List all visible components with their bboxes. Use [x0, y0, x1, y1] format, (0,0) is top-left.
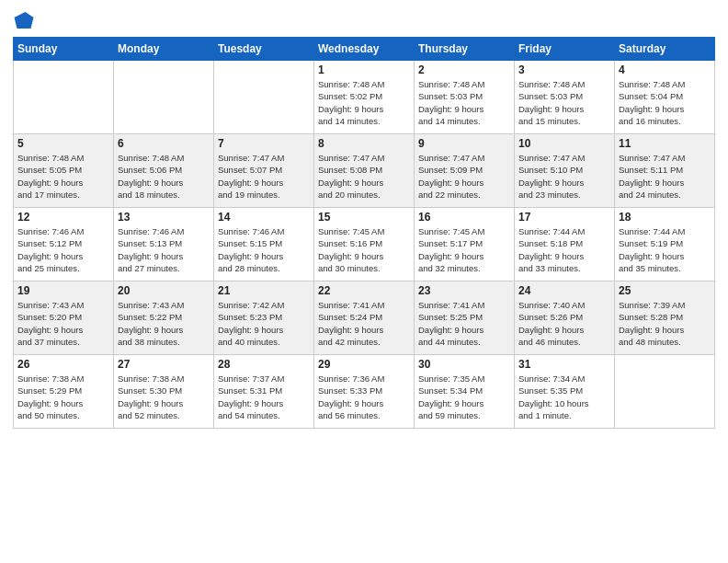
- day-info: Sunrise: 7:48 AM Sunset: 5:06 PM Dayligh…: [118, 152, 210, 201]
- calendar-cell: 30Sunrise: 7:35 AM Sunset: 5:34 PM Dayli…: [415, 355, 515, 429]
- calendar-week-row: 5Sunrise: 7:48 AM Sunset: 5:05 PM Daylig…: [14, 134, 715, 208]
- day-number: 25: [619, 284, 711, 297]
- day-info: Sunrise: 7:44 AM Sunset: 5:19 PM Dayligh…: [619, 225, 711, 274]
- calendar-table: SundayMondayTuesdayWednesdayThursdayFrid…: [13, 37, 715, 429]
- logo: [13, 9, 39, 31]
- day-info: Sunrise: 7:48 AM Sunset: 5:03 PM Dayligh…: [518, 78, 610, 127]
- calendar-cell: 21Sunrise: 7:42 AM Sunset: 5:23 PM Dayli…: [214, 282, 314, 355]
- day-info: Sunrise: 7:46 AM Sunset: 5:12 PM Dayligh…: [17, 225, 109, 274]
- calendar-cell: 15Sunrise: 7:45 AM Sunset: 5:16 PM Dayli…: [314, 208, 415, 282]
- weekday-header-tuesday: Tuesday: [214, 38, 314, 61]
- day-number: 29: [318, 358, 410, 371]
- day-number: 16: [418, 211, 510, 224]
- day-number: 18: [619, 211, 711, 224]
- day-number: 17: [518, 211, 610, 224]
- day-info: Sunrise: 7:37 AM Sunset: 5:31 PM Dayligh…: [218, 373, 310, 421]
- svg-marker-0: [15, 12, 34, 29]
- day-info: Sunrise: 7:45 AM Sunset: 5:16 PM Dayligh…: [318, 225, 410, 274]
- calendar-week-row: 1Sunrise: 7:48 AM Sunset: 5:02 PM Daylig…: [14, 61, 715, 134]
- calendar-cell: 31Sunrise: 7:34 AM Sunset: 5:35 PM Dayli…: [515, 355, 615, 429]
- day-info: Sunrise: 7:48 AM Sunset: 5:04 PM Dayligh…: [619, 78, 711, 127]
- calendar-cell: 28Sunrise: 7:37 AM Sunset: 5:31 PM Dayli…: [214, 355, 314, 429]
- calendar-cell: 9Sunrise: 7:47 AM Sunset: 5:09 PM Daylig…: [415, 134, 515, 208]
- calendar-cell: 22Sunrise: 7:41 AM Sunset: 5:24 PM Dayli…: [314, 282, 415, 355]
- day-info: Sunrise: 7:41 AM Sunset: 5:25 PM Dayligh…: [418, 299, 510, 348]
- calendar-cell: 26Sunrise: 7:38 AM Sunset: 5:29 PM Dayli…: [14, 355, 114, 429]
- calendar-cell: 19Sunrise: 7:43 AM Sunset: 5:20 PM Dayli…: [14, 282, 114, 355]
- day-number: 7: [218, 137, 310, 150]
- calendar-cell: [114, 61, 214, 134]
- day-number: 15: [318, 211, 410, 224]
- calendar-cell: [615, 355, 715, 429]
- day-number: 9: [418, 137, 510, 150]
- calendar-cell: 25Sunrise: 7:39 AM Sunset: 5:28 PM Dayli…: [615, 282, 715, 355]
- day-info: Sunrise: 7:48 AM Sunset: 5:02 PM Dayligh…: [318, 78, 410, 127]
- weekday-header-monday: Monday: [114, 38, 214, 61]
- day-info: Sunrise: 7:42 AM Sunset: 5:23 PM Dayligh…: [218, 299, 310, 348]
- day-info: Sunrise: 7:38 AM Sunset: 5:30 PM Dayligh…: [118, 373, 210, 421]
- day-info: Sunrise: 7:48 AM Sunset: 5:05 PM Dayligh…: [17, 152, 109, 201]
- day-number: 2: [418, 63, 510, 76]
- header: [13, 9, 715, 31]
- calendar-cell: 11Sunrise: 7:47 AM Sunset: 5:11 PM Dayli…: [615, 134, 715, 208]
- weekday-header-saturday: Saturday: [615, 38, 715, 61]
- calendar-cell: 23Sunrise: 7:41 AM Sunset: 5:25 PM Dayli…: [415, 282, 515, 355]
- day-number: 20: [118, 284, 210, 297]
- day-info: Sunrise: 7:47 AM Sunset: 5:09 PM Dayligh…: [418, 152, 510, 201]
- day-number: 23: [418, 284, 510, 297]
- day-number: 30: [418, 358, 510, 371]
- calendar-cell: 2Sunrise: 7:48 AM Sunset: 5:03 PM Daylig…: [415, 61, 515, 134]
- calendar-week-row: 19Sunrise: 7:43 AM Sunset: 5:20 PM Dayli…: [14, 282, 715, 355]
- day-number: 8: [318, 137, 410, 150]
- day-info: Sunrise: 7:36 AM Sunset: 5:33 PM Dayligh…: [318, 373, 410, 421]
- day-info: Sunrise: 7:43 AM Sunset: 5:20 PM Dayligh…: [17, 299, 109, 348]
- calendar-cell: 1Sunrise: 7:48 AM Sunset: 5:02 PM Daylig…: [314, 61, 415, 134]
- calendar-cell: 4Sunrise: 7:48 AM Sunset: 5:04 PM Daylig…: [615, 61, 715, 134]
- day-number: 6: [118, 137, 210, 150]
- calendar-cell: 14Sunrise: 7:46 AM Sunset: 5:15 PM Dayli…: [214, 208, 314, 282]
- day-number: 11: [619, 137, 711, 150]
- day-info: Sunrise: 7:44 AM Sunset: 5:18 PM Dayligh…: [518, 225, 610, 274]
- day-info: Sunrise: 7:45 AM Sunset: 5:17 PM Dayligh…: [418, 225, 510, 274]
- day-number: 12: [17, 211, 109, 224]
- day-info: Sunrise: 7:46 AM Sunset: 5:13 PM Dayligh…: [118, 225, 210, 274]
- day-info: Sunrise: 7:47 AM Sunset: 5:08 PM Dayligh…: [318, 152, 410, 201]
- day-number: 27: [118, 358, 210, 371]
- weekday-header-thursday: Thursday: [415, 38, 515, 61]
- weekday-header-sunday: Sunday: [14, 38, 114, 61]
- calendar-cell: 3Sunrise: 7:48 AM Sunset: 5:03 PM Daylig…: [515, 61, 615, 134]
- day-info: Sunrise: 7:38 AM Sunset: 5:29 PM Dayligh…: [17, 373, 109, 421]
- day-info: Sunrise: 7:47 AM Sunset: 5:07 PM Dayligh…: [218, 152, 310, 201]
- day-info: Sunrise: 7:34 AM Sunset: 5:35 PM Dayligh…: [518, 373, 610, 421]
- weekday-header-row: SundayMondayTuesdayWednesdayThursdayFrid…: [14, 38, 715, 61]
- calendar-cell: 13Sunrise: 7:46 AM Sunset: 5:13 PM Dayli…: [114, 208, 214, 282]
- day-info: Sunrise: 7:35 AM Sunset: 5:34 PM Dayligh…: [418, 373, 510, 421]
- day-info: Sunrise: 7:40 AM Sunset: 5:26 PM Dayligh…: [518, 299, 610, 348]
- weekday-header-friday: Friday: [515, 38, 615, 61]
- calendar-cell: 12Sunrise: 7:46 AM Sunset: 5:12 PM Dayli…: [14, 208, 114, 282]
- day-number: 19: [17, 284, 109, 297]
- calendar-cell: 20Sunrise: 7:43 AM Sunset: 5:22 PM Dayli…: [114, 282, 214, 355]
- day-number: 13: [118, 211, 210, 224]
- day-info: Sunrise: 7:41 AM Sunset: 5:24 PM Dayligh…: [318, 299, 410, 348]
- day-number: 21: [218, 284, 310, 297]
- day-number: 31: [518, 358, 610, 371]
- calendar-cell: 18Sunrise: 7:44 AM Sunset: 5:19 PM Dayli…: [615, 208, 715, 282]
- day-number: 24: [518, 284, 610, 297]
- calendar-week-row: 26Sunrise: 7:38 AM Sunset: 5:29 PM Dayli…: [14, 355, 715, 429]
- weekday-header-wednesday: Wednesday: [314, 38, 415, 61]
- day-info: Sunrise: 7:47 AM Sunset: 5:10 PM Dayligh…: [518, 152, 610, 201]
- day-number: 3: [518, 63, 610, 76]
- calendar-cell: 29Sunrise: 7:36 AM Sunset: 5:33 PM Dayli…: [314, 355, 415, 429]
- calendar-cell: [14, 61, 114, 134]
- day-info: Sunrise: 7:43 AM Sunset: 5:22 PM Dayligh…: [118, 299, 210, 348]
- logo-icon: [13, 9, 35, 31]
- day-info: Sunrise: 7:47 AM Sunset: 5:11 PM Dayligh…: [619, 152, 711, 201]
- calendar-cell: 17Sunrise: 7:44 AM Sunset: 5:18 PM Dayli…: [515, 208, 615, 282]
- day-number: 10: [518, 137, 610, 150]
- calendar-cell: 7Sunrise: 7:47 AM Sunset: 5:07 PM Daylig…: [214, 134, 314, 208]
- day-number: 28: [218, 358, 310, 371]
- calendar-cell: 27Sunrise: 7:38 AM Sunset: 5:30 PM Dayli…: [114, 355, 214, 429]
- day-number: 1: [318, 63, 410, 76]
- calendar-cell: 5Sunrise: 7:48 AM Sunset: 5:05 PM Daylig…: [14, 134, 114, 208]
